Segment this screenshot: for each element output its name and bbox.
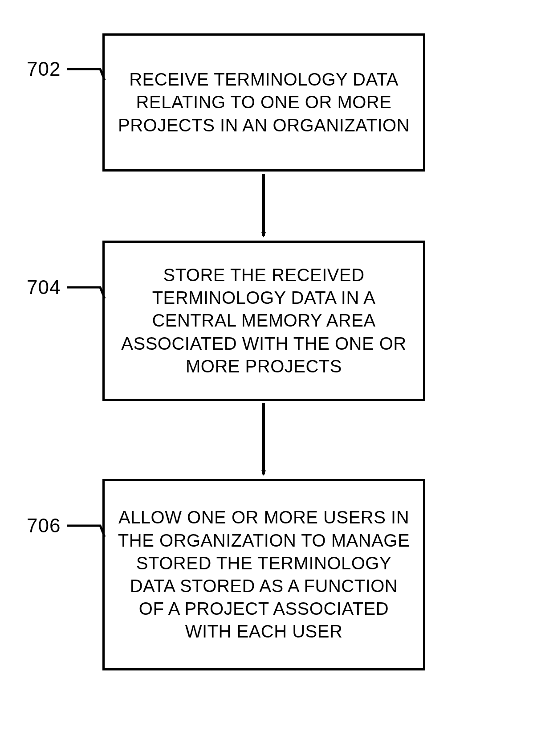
node-label-706: 706 <box>27 515 61 537</box>
callout-702 <box>67 69 105 80</box>
flow-box-704-text: STORE THE RECEIVED TERMINOLOGY DATA IN A… <box>117 264 411 378</box>
node-label-704: 704 <box>27 276 61 298</box>
flowchart-canvas: 702 704 706 RECEIVE TERMINOLOGY DATA REL… <box>0 0 533 756</box>
flow-box-702-text: RECEIVE TERMINOLOGY DATA RELATING TO ONE… <box>117 68 411 137</box>
flow-box-702: RECEIVE TERMINOLOGY DATA RELATING TO ONE… <box>102 33 425 172</box>
flow-box-706-text: ALLOW ONE OR MORE USERS IN THE ORGANIZAT… <box>117 506 411 643</box>
flow-box-704: STORE THE RECEIVED TERMINOLOGY DATA IN A… <box>102 241 425 401</box>
callout-704 <box>67 287 105 298</box>
node-label-702: 702 <box>27 58 61 80</box>
flow-box-706: ALLOW ONE OR MORE USERS IN THE ORGANIZAT… <box>102 479 425 670</box>
callout-706 <box>67 526 105 537</box>
